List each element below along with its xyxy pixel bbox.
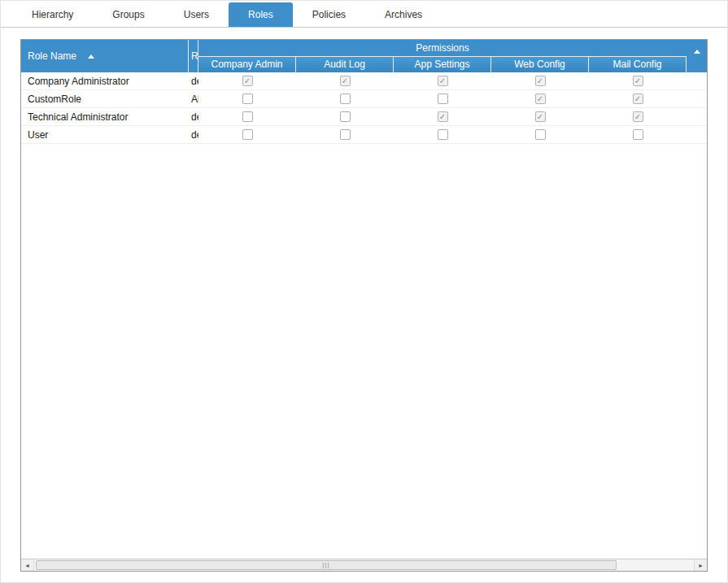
permission-checkbox-checked[interactable]: ✓ bbox=[535, 94, 546, 104]
table-row[interactable]: Company Administratorde✓✓✓✓✓ bbox=[21, 72, 707, 90]
scroll-right-button[interactable]: ► bbox=[694, 559, 707, 571]
permission-cell bbox=[296, 94, 394, 104]
permission-checkbox-checked[interactable]: ✓ bbox=[633, 111, 643, 122]
permission-cell bbox=[296, 111, 394, 122]
role-name-cell: User bbox=[21, 129, 189, 141]
roles-table-panel: Role Name R Permissions Company AdminAud… bbox=[20, 39, 708, 572]
role-description-cell: de bbox=[189, 76, 198, 87]
permission-cell: ✓ bbox=[589, 111, 687, 122]
scroll-right-icon: ► bbox=[698, 563, 704, 568]
permission-cell: ✓ bbox=[491, 94, 589, 104]
scroll-left-button[interactable]: ◄ bbox=[21, 559, 34, 571]
app-window: HierarchyGroupsUsersRolesPoliciesArchive… bbox=[0, 0, 728, 583]
permission-cell: ✓ bbox=[394, 111, 491, 122]
tab-users[interactable]: Users bbox=[164, 2, 229, 27]
permission-cell: ✓ bbox=[296, 76, 394, 86]
permissions-group-label: Permissions bbox=[198, 40, 687, 56]
tab-bar: HierarchyGroupsUsersRolesPoliciesArchive… bbox=[1, 1, 727, 28]
role-description-header-label: R bbox=[191, 50, 198, 62]
horizontal-scrollbar[interactable]: ◄ ||| ► bbox=[21, 559, 707, 571]
permission-checkbox-unchecked[interactable] bbox=[242, 94, 253, 104]
permission-cell: ✓ bbox=[589, 94, 687, 104]
scrollbar-thumb[interactable]: ||| bbox=[36, 560, 617, 570]
permission-cell: ✓ bbox=[394, 76, 491, 86]
permission-checkbox-unchecked[interactable] bbox=[242, 129, 253, 140]
header-filler bbox=[687, 40, 707, 72]
role-name-cell: CustomRole bbox=[21, 94, 189, 105]
column-header-mail-config[interactable]: Mail Config bbox=[589, 57, 687, 72]
permission-checkbox-checked[interactable]: ✓ bbox=[535, 76, 546, 86]
column-header-app-settings[interactable]: App Settings bbox=[394, 57, 491, 72]
permission-checkbox-checked[interactable]: ✓ bbox=[535, 111, 546, 122]
role-description-cell: de bbox=[189, 111, 198, 123]
column-header-company-admin[interactable]: Company Admin bbox=[198, 57, 296, 72]
permission-cell: ✓ bbox=[491, 76, 589, 86]
permission-checkbox-unchecked[interactable] bbox=[535, 129, 546, 140]
permission-checkbox-checked[interactable]: ✓ bbox=[633, 94, 643, 104]
tab-hierarchy[interactable]: Hierarchy bbox=[12, 2, 93, 27]
permission-checkbox-unchecked[interactable] bbox=[340, 111, 351, 122]
permission-cell bbox=[198, 111, 296, 122]
role-description-cell: Al bbox=[189, 94, 198, 105]
tab-groups[interactable]: Groups bbox=[93, 2, 163, 27]
column-header-audit-log[interactable]: Audit Log bbox=[296, 57, 394, 72]
role-name-cell: Technical Administrator bbox=[21, 111, 189, 123]
permission-cell bbox=[394, 129, 491, 140]
table-row[interactable]: Technical Administratorde✓✓✓ bbox=[21, 108, 707, 126]
tab-policies[interactable]: Policies bbox=[293, 2, 365, 27]
role-name-header-label: Role Name bbox=[28, 50, 76, 62]
permissions-subheader-row: Company AdminAudit LogApp SettingsWeb Co… bbox=[198, 56, 687, 72]
permission-checkbox-unchecked[interactable] bbox=[633, 129, 643, 140]
tab-archives[interactable]: Archives bbox=[365, 2, 442, 27]
permission-cell: ✓ bbox=[491, 111, 589, 122]
sort-ascending-icon bbox=[88, 54, 94, 59]
permission-cell: ✓ bbox=[198, 76, 296, 86]
column-header-role-name[interactable]: Role Name bbox=[21, 40, 189, 72]
scrollbar-grip-icon: ||| bbox=[322, 562, 329, 568]
permission-cell bbox=[491, 129, 589, 140]
scroll-up-icon[interactable] bbox=[694, 50, 700, 54]
permission-checkbox-unchecked[interactable] bbox=[340, 129, 351, 140]
table-row[interactable]: Userde bbox=[21, 126, 707, 144]
permission-checkbox-unchecked[interactable] bbox=[438, 129, 448, 140]
scrollbar-track[interactable]: ||| bbox=[34, 559, 694, 571]
permission-cell bbox=[296, 129, 394, 140]
role-name-cell: Company Administrator bbox=[21, 76, 189, 87]
permission-checkbox-checked[interactable]: ✓ bbox=[242, 76, 253, 86]
column-header-web-config[interactable]: Web Config bbox=[491, 57, 589, 72]
table-header: Role Name R Permissions Company AdminAud… bbox=[21, 40, 707, 72]
permission-cell: ✓ bbox=[589, 76, 687, 86]
tab-roles[interactable]: Roles bbox=[229, 2, 293, 27]
permission-checkbox-checked[interactable]: ✓ bbox=[438, 76, 448, 86]
permission-checkbox-checked[interactable]: ✓ bbox=[340, 76, 351, 86]
column-header-role-description[interactable]: R bbox=[189, 40, 198, 72]
permission-checkbox-checked[interactable]: ✓ bbox=[633, 76, 643, 86]
permission-checkbox-unchecked[interactable] bbox=[438, 94, 448, 104]
permissions-column-group: Permissions Company AdminAudit LogApp Se… bbox=[198, 40, 687, 72]
scroll-left-icon: ◄ bbox=[24, 563, 30, 568]
permission-cell bbox=[589, 129, 687, 140]
permission-cell bbox=[394, 94, 491, 104]
permission-checkbox-checked[interactable]: ✓ bbox=[438, 111, 448, 122]
permission-cell bbox=[198, 94, 296, 104]
table-body: Company Administratorde✓✓✓✓✓CustomRoleAl… bbox=[21, 72, 707, 559]
permission-cell bbox=[198, 129, 296, 140]
permission-checkbox-unchecked[interactable] bbox=[242, 111, 253, 122]
permission-checkbox-unchecked[interactable] bbox=[340, 94, 351, 104]
role-description-cell: de bbox=[189, 129, 198, 141]
table-row[interactable]: CustomRoleAl✓✓ bbox=[21, 90, 707, 108]
